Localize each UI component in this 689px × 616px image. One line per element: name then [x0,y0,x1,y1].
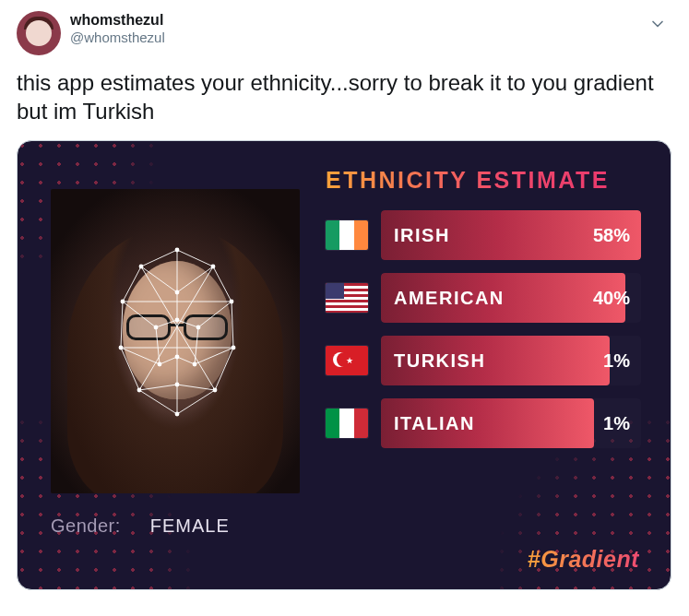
flag-italy-icon [326,409,368,438]
ethnicity-label: TURKISH [394,350,485,372]
ethnicity-bars: IRISH58%AMERICAN40%★TURKISH1%ITALIAN1% [326,210,641,448]
bar-track: ITALIAN1% [381,398,641,448]
ethnicity-label: ITALIAN [394,413,475,434]
ethnicity-label: AMERICAN [394,288,505,309]
avatar[interactable] [17,11,61,55]
hashtag: #Gradient [528,546,639,573]
ethnicity-percent: 40% [593,288,630,309]
bar-track: AMERICAN40% [381,273,641,323]
ethnicity-row: ★TURKISH1% [326,336,641,385]
tweet-text: this app estimates your ethnicity...sorr… [17,68,672,125]
flag-turkey-icon: ★ [326,346,368,375]
bar-track: IRISH58% [381,210,641,260]
ethnicity-row: IRISH58% [326,210,641,260]
tweet-header: whomsthezul @whomsthezul [17,11,672,55]
chevron-down-icon [648,15,667,33]
display-name: whomsthezul [70,11,165,30]
card-content: Gender: FEMALE ETHNICITY ESTIMATE IRISH5… [18,141,671,589]
bar-track: TURKISH1% [381,336,641,385]
tweet-menu-button[interactable] [648,15,667,33]
gender-value: FEMALE [150,515,230,537]
flag-usa-icon [326,283,368,313]
ethnicity-row: AMERICAN40% [326,273,641,323]
estimate-title: ETHNICITY ESTIMATE [326,167,641,194]
face-photo [51,189,300,493]
user-names[interactable]: whomsthezul @whomsthezul [70,11,165,47]
ethnicity-percent: 1% [603,413,630,434]
user-handle: @whomsthezul [70,30,165,47]
ethnicity-row: ITALIAN1% [326,398,641,448]
ethnicity-label: IRISH [394,225,450,246]
tweet-media[interactable]: Gender: FEMALE ETHNICITY ESTIMATE IRISH5… [17,140,671,590]
ethnicity-percent: 58% [593,225,630,246]
gender-label: Gender: [51,515,121,537]
tweet: whomsthezul @whomsthezul this app estima… [0,0,689,601]
flag-ireland-icon [326,220,368,250]
gender-row: Gender: FEMALE [51,515,300,537]
ethnicity-percent: 1% [603,350,630,372]
